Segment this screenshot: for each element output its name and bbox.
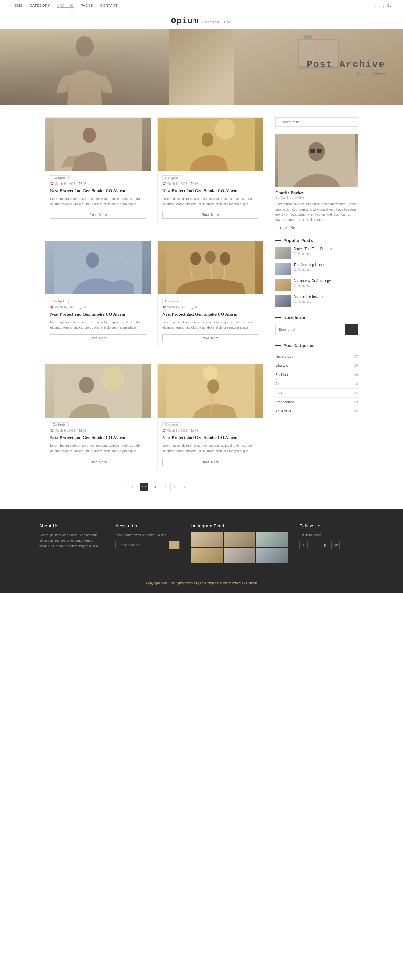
post-image — [157, 241, 263, 294]
nav-links: HOME CATEGORY ARCHIVE PAGES CONTACT — [12, 4, 118, 8]
footer-email-input[interactable] — [116, 541, 169, 549]
footer-instagram: Instagram Feed — [192, 523, 288, 563]
post-card-body: Gadgets 📅 March 14, 2018 💬 05 Nest Prote… — [46, 417, 151, 470]
search-icon[interactable]: ⌕ — [352, 119, 355, 124]
newsletter-section: Newsletter → — [275, 315, 358, 335]
popular-post-image — [275, 295, 290, 307]
hero-title: Post Archive — [307, 59, 385, 70]
nav-facebook[interactable]: f — [374, 3, 376, 8]
footer-instagram-title: Instagram Feed — [192, 523, 288, 528]
post-category: Gadgets — [50, 175, 69, 180]
post-title: Nest Protect 2nd Gen Smoke CO Alarm — [162, 434, 259, 441]
newsletter-email-input[interactable] — [276, 325, 345, 334]
pagination-prev[interactable]: ‹ — [120, 483, 129, 491]
author-twitter[interactable]: t — [280, 225, 281, 230]
search-box: ⌕ — [275, 117, 358, 127]
instagram-item[interactable] — [192, 532, 223, 547]
popular-post-info: Astronomy Or Astrology 03 Hours ago — [294, 279, 358, 287]
post-card: Gadgets 📅 March 14, 2018 💬 03 Nest Prote… — [45, 117, 151, 224]
instagram-grid — [192, 532, 288, 563]
category-name: Art — [275, 382, 280, 386]
footer-email-form: → — [115, 541, 180, 549]
author-facebook[interactable]: f — [275, 225, 276, 230]
post-title: Nest Protect 2nd Gen Smoke CO Alarm — [50, 188, 146, 194]
post-category: Gadgets — [162, 422, 181, 427]
author-card: Charlie Barber Senior Blog Writer Boot c… — [275, 134, 358, 230]
instagram-item[interactable] — [256, 532, 288, 547]
read-more-button[interactable]: Read More — [162, 334, 259, 342]
popular-post-image — [275, 263, 290, 275]
search-input[interactable] — [279, 118, 352, 126]
newsletter-submit-button[interactable]: → — [345, 324, 357, 335]
read-more-button[interactable]: Read More — [50, 458, 146, 466]
post-image-placeholder — [157, 241, 263, 294]
nav-home[interactable]: HOME — [12, 4, 23, 8]
pagination-page-5[interactable]: 09 — [170, 483, 178, 491]
nav-behance[interactable]: Be — [387, 3, 391, 8]
category-item[interactable]: Adventure 44 — [275, 407, 358, 416]
instagram-item[interactable] — [192, 548, 223, 563]
posts-grid: Gadgets 📅 March 14, 2018 💬 03 Nest Prote… — [45, 117, 263, 471]
post-card: Gadgets 📅 March 14, 2018 💬 03 Nest Prote… — [157, 364, 263, 471]
footer-email-submit[interactable]: → — [169, 541, 179, 549]
nav-twitter[interactable]: t — [379, 3, 379, 8]
pagination-page-3[interactable]: 03 — [150, 483, 159, 491]
nav-archive[interactable]: ARCHIVE — [57, 4, 74, 8]
instagram-item[interactable] — [224, 532, 255, 547]
svg-rect-28 — [317, 149, 322, 153]
footer-behance[interactable]: Be — [331, 541, 340, 549]
pagination-page-1[interactable]: 01 — [130, 483, 138, 491]
post-excerpt: Lorem ipsum dolor sit amet, consectetur … — [50, 443, 146, 453]
post-image — [46, 241, 151, 294]
category-item[interactable]: Technology 37 — [275, 352, 358, 361]
pagination-next[interactable]: › — [180, 483, 189, 491]
popular-post-title: Space The Final Frontier — [294, 247, 358, 251]
instagram-item[interactable] — [256, 548, 288, 563]
category-item[interactable]: Art 29 — [275, 379, 358, 388]
post-excerpt: Lorem ipsum dolor sit amet, consectetur … — [162, 443, 259, 453]
read-more-button[interactable]: Read More — [50, 211, 146, 219]
breadcrumb-current: Archive — [372, 72, 385, 75]
post-card-body: Gadgets 📅 March 14, 2018 💬 03 Nest Prote… — [157, 294, 263, 347]
post-meta: 📅 March 14, 2018 💬 03 — [162, 305, 259, 309]
author-github[interactable]: ○ — [285, 225, 287, 230]
read-more-button[interactable]: Read More — [50, 334, 146, 342]
category-count: 44 — [354, 410, 358, 413]
footer-twitter[interactable]: t — [310, 541, 318, 549]
read-more-button[interactable]: Read More — [162, 211, 259, 219]
pagination: ‹ 01 02 03 04 09 › — [45, 483, 263, 497]
post-title: Nest Protect 2nd Gen Smoke CO Alarm — [50, 434, 146, 441]
footer-pinterest[interactable]: p — [320, 541, 329, 549]
footer-newsletter-text: Stay updated with our latest Trends — [115, 532, 180, 538]
category-count: 59 — [354, 373, 358, 377]
category-item[interactable]: Lifestyle 24 — [275, 361, 358, 370]
nav-category[interactable]: CATEGORY — [30, 4, 50, 8]
post-category: Gadgets — [162, 299, 181, 304]
nav-contact[interactable]: CONTACT — [100, 4, 118, 8]
category-item[interactable]: Architecture 09 — [275, 398, 358, 407]
svg-point-0 — [76, 36, 94, 57]
footer-facebook[interactable]: f — [300, 541, 308, 549]
svg-point-7 — [83, 127, 96, 143]
pagination-page-2[interactable]: 02 — [140, 483, 148, 491]
footer-follow: Follow Us Let us be social f t p Be — [300, 523, 364, 563]
read-more-button[interactable]: Read More — [162, 458, 259, 466]
category-item[interactable]: Food 15 — [275, 388, 358, 398]
category-item[interactable]: Fashion 59 — [275, 370, 358, 379]
author-behance[interactable]: Be — [290, 225, 295, 230]
footer-bottom: Copyright ©2024 All rights reserved | Th… — [12, 575, 391, 585]
category-name: Technology — [275, 354, 293, 358]
instagram-item[interactable] — [224, 548, 255, 563]
post-comments: 💬 03 — [79, 182, 86, 185]
nav-pages[interactable]: PAGES — [81, 4, 93, 8]
navigation: HOME CATEGORY ARCHIVE PAGES CONTACT f t … — [0, 0, 403, 12]
pagination-page-4[interactable]: 04 — [160, 483, 168, 491]
footer: About Us Lorem ipsum dolor sit amet, con… — [0, 509, 403, 593]
post-image — [46, 118, 151, 171]
post-excerpt: Lorem ipsum dolor sit amet, consectetur … — [50, 320, 146, 330]
svg-point-17 — [205, 251, 216, 264]
nav-pinterest[interactable]: p — [382, 3, 384, 8]
post-image — [46, 364, 151, 417]
category-count: 37 — [354, 355, 358, 358]
author-name: Charlie Barber — [275, 191, 358, 196]
